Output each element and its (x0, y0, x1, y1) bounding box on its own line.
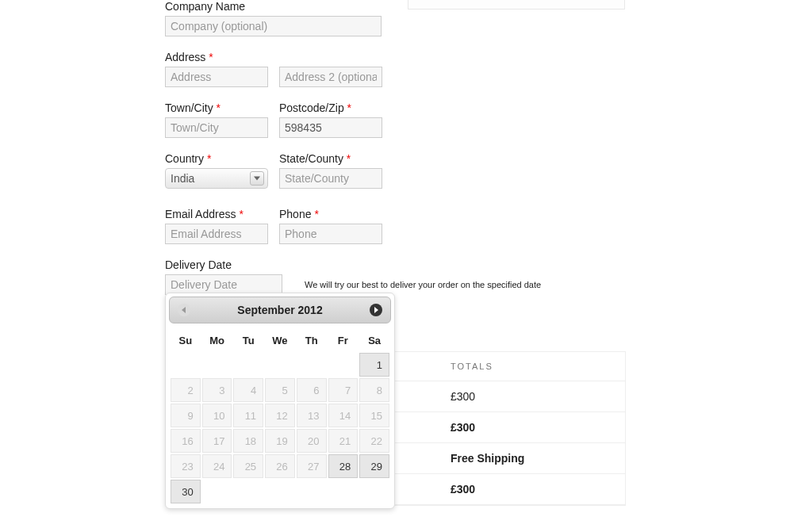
postcode-label: Postcode/Zip * (279, 101, 382, 114)
postcode-input[interactable] (279, 117, 382, 138)
calendar-blank (297, 480, 327, 503)
datepicker-grid: SuMoTuWeThFrSa 1234567891011121314151617… (169, 328, 391, 505)
dow-header: Th (297, 330, 327, 351)
calendar-blank (328, 480, 359, 503)
datepicker: September 2012 SuMoTuWeThFrSa 1234567891… (165, 293, 395, 509)
calendar-blank (297, 353, 327, 377)
calendar-day: 11 (233, 404, 263, 427)
next-month-button[interactable] (370, 304, 382, 316)
calendar-blank (328, 353, 359, 377)
calendar-day: 16 (171, 429, 201, 453)
town-label: Town/City * (165, 101, 268, 114)
calendar-day: 18 (233, 429, 263, 453)
calendar-day: 27 (297, 454, 327, 478)
billing-form: Company Name Address * (165, 0, 546, 309)
calendar-day: 9 (171, 404, 201, 427)
calendar-blank (202, 353, 232, 377)
calendar-blank (265, 480, 295, 503)
address-label: Address * (165, 51, 268, 63)
dow-header: Sa (359, 330, 389, 351)
dow-header: Fr (328, 330, 359, 351)
calendar-day: 21 (328, 429, 359, 453)
calendar-day: 3 (202, 378, 232, 402)
dow-header: We (265, 330, 295, 351)
email-input[interactable] (165, 224, 268, 244)
address2-input[interactable] (279, 67, 382, 87)
delivery-note: We will try our best to deliver your ord… (305, 280, 541, 289)
calendar-day[interactable]: 30 (171, 480, 201, 503)
chevron-down-icon (250, 171, 264, 186)
calendar-day: 7 (328, 378, 359, 402)
dow-header: Mo (202, 330, 232, 351)
datepicker-header: September 2012 (169, 297, 391, 323)
calendar-blank (171, 353, 201, 377)
calendar-blank (359, 480, 389, 503)
calendar-day: 4 (233, 378, 263, 402)
calendar-blank (233, 480, 263, 503)
datepicker-title: September 2012 (237, 304, 322, 316)
calendar-day: 12 (265, 404, 295, 427)
calendar-day: 20 (297, 429, 327, 453)
calendar-day: 8 (359, 378, 389, 402)
country-label: Country * (165, 152, 268, 165)
calendar-day: 26 (265, 454, 295, 478)
calendar-day: 17 (202, 429, 232, 453)
country-value: India (171, 169, 194, 188)
calendar-day[interactable]: 29 (359, 454, 389, 478)
calendar-day: 24 (202, 454, 232, 478)
delivery-date-label: Delivery Date (165, 258, 546, 271)
calendar-day[interactable]: 28 (328, 454, 359, 478)
calendar-day[interactable]: 1 (359, 353, 389, 377)
town-input[interactable] (165, 117, 268, 138)
calendar-day: 22 (359, 429, 389, 453)
country-select[interactable]: India (165, 168, 268, 189)
prev-month-button[interactable] (178, 304, 190, 316)
calendar-day: 19 (265, 429, 295, 453)
email-label: Email Address * (165, 208, 268, 220)
company-input[interactable] (165, 16, 382, 36)
calendar-day: 14 (328, 404, 359, 427)
dow-header: Su (171, 330, 201, 351)
calendar-day: 10 (202, 404, 232, 427)
calendar-day: 13 (297, 404, 327, 427)
state-input[interactable] (279, 168, 382, 189)
calendar-day: 25 (233, 454, 263, 478)
calendar-blank (265, 353, 295, 377)
dow-header: Tu (233, 330, 263, 351)
calendar-day: 6 (297, 378, 327, 402)
calendar-day: 2 (171, 378, 201, 402)
phone-label: Phone * (279, 208, 382, 220)
company-label: Company Name (165, 0, 546, 13)
calendar-day: 5 (265, 378, 295, 402)
calendar-day: 15 (359, 404, 389, 427)
state-label: State/County * (279, 152, 382, 165)
calendar-blank (202, 480, 232, 503)
address2-label (279, 51, 382, 63)
calendar-day: 23 (171, 454, 201, 478)
address-input[interactable] (165, 67, 268, 87)
calendar-blank (233, 353, 263, 377)
phone-input[interactable] (279, 224, 382, 244)
